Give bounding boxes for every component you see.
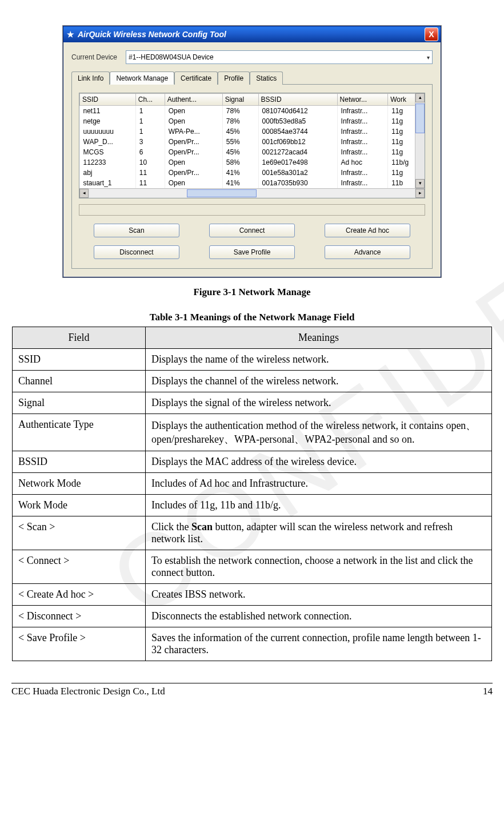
table-row[interactable]: stauart_111Open41%001a7035b930Infrastr..… <box>80 178 425 188</box>
scan-button[interactable]: Scan <box>94 224 179 237</box>
field-meaning: Displays the authentication method of th… <box>146 414 492 451</box>
table-row[interactable]: net111Open78%0810740d6412Infrastr...11g <box>80 106 425 117</box>
status-bar <box>79 204 425 216</box>
doc-table-row: < Save Profile >Saves the information of… <box>13 627 492 661</box>
cell-net: Infrastr... <box>337 106 388 117</box>
page-footer: CEC Huada Electronic Design Co., Ltd 14 <box>11 683 493 697</box>
field-name: < Disconnect > <box>13 606 146 627</box>
cell-bssid: 0810740d6412 <box>258 106 337 117</box>
meanings-table: FieldMeaningsSSIDDisplays the name of th… <box>12 327 492 661</box>
cell-ch: 11 <box>135 168 165 178</box>
table-row[interactable]: 11223310Open58%1e69e017e498Ad hoc11b/g <box>80 157 425 168</box>
column-header[interactable]: SSID <box>80 94 136 106</box>
table-row[interactable]: netge1Open78%000fb53ed8a5Infrastr...11g <box>80 116 425 126</box>
cell-bssid: 001a7035b930 <box>258 178 337 188</box>
doc-table-row: SSIDDisplays the name of the wireless ne… <box>13 349 492 371</box>
cell-ch: 10 <box>135 157 165 168</box>
config-tool-window: ★ AirQuick Wireless Network Config Tool … <box>63 26 441 277</box>
doc-table-row: < Connect >To establish the network conn… <box>13 550 492 584</box>
button-row-2: DisconnectSave ProfileAdvance <box>79 245 425 259</box>
save-profile-button[interactable]: Save Profile <box>209 245 295 259</box>
field-name: < Scan > <box>13 516 146 550</box>
doc-table-row: Authenticate TypeDisplays the authentica… <box>13 414 492 451</box>
cell-signal: 41% <box>222 168 258 178</box>
tab-network-manage[interactable]: Network Manage <box>110 71 174 85</box>
cell-ssid: net11 <box>80 106 136 117</box>
cell-ssid: uuuuuuuu <box>80 126 136 137</box>
cell-auth: WPA-Pe... <box>165 126 222 137</box>
cell-net: Infrastr... <box>337 168 388 178</box>
vertical-scrollbar[interactable]: ▴ ▾ <box>415 93 425 188</box>
cell-net: Infrastr... <box>337 116 388 126</box>
cell-ch: 11 <box>135 178 165 188</box>
cell-signal: 58% <box>222 157 258 168</box>
doc-table-header: Field <box>13 327 146 349</box>
cell-ch: 1 <box>135 126 165 137</box>
scroll-down-icon[interactable]: ▾ <box>415 179 425 188</box>
tab-link-info[interactable]: Link Info <box>71 71 110 85</box>
field-name: < Save Profile > <box>13 627 146 661</box>
field-name: Channel <box>13 371 146 392</box>
column-header[interactable]: Signal <box>222 94 258 106</box>
doc-table-row: ChannelDisplays the channel of the wirel… <box>13 371 492 392</box>
scroll-up-icon[interactable]: ▴ <box>415 93 425 102</box>
connect-button[interactable]: Connect <box>209 224 295 237</box>
cell-net: Ad hoc <box>337 157 388 168</box>
table-row[interactable]: WAP_D...3Open/Pr...55%001cf069bb12Infras… <box>80 137 425 147</box>
field-meaning: Displays the name of the wireless networ… <box>146 349 492 371</box>
window-title: AirQuick Wireless Network Config Tool <box>78 30 425 39</box>
cell-signal: 41% <box>222 178 258 188</box>
table-row[interactable]: MCGS6Open/Pr...45%0021272acad4Infrastr..… <box>80 147 425 157</box>
current-device-dropdown[interactable]: #1--HED08W04SUA Device ▾ <box>126 50 433 64</box>
cell-auth: Open <box>165 157 222 168</box>
cell-auth: Open/Pr... <box>165 137 222 147</box>
doc-table-row: Network ModeIncludes of Ad hoc and Infra… <box>13 473 492 495</box>
network-table: SSIDCh...Authent...SignalBSSIDNetwor...W… <box>79 93 425 188</box>
tab-certificate[interactable]: Certificate <box>174 71 218 85</box>
tab-statics[interactable]: Statics <box>250 71 283 85</box>
cell-signal: 45% <box>222 126 258 137</box>
field-meaning: Saves the information of the current con… <box>146 627 492 661</box>
advance-button[interactable]: Advance <box>325 245 410 259</box>
network-list[interactable]: SSIDCh...Authent...SignalBSSIDNetwor...W… <box>79 93 425 198</box>
column-header[interactable]: BSSID <box>258 94 337 106</box>
tab-profile[interactable]: Profile <box>218 71 250 85</box>
table-row[interactable]: abj11Open/Pr...41%001e58a301a2Infrastr..… <box>80 168 425 178</box>
doc-table-row: BSSIDDisplays the MAC address of the wir… <box>13 451 492 473</box>
cell-ssid: MCGS <box>80 147 136 157</box>
doc-table-row: < Create Ad hoc >Creates IBSS network. <box>13 584 492 606</box>
create-ad-hoc-button[interactable]: Create Ad hoc <box>325 224 410 237</box>
cell-net: Infrastr... <box>337 137 388 147</box>
horizontal-scrollbar[interactable]: ◂ ▸ <box>79 188 425 198</box>
table-caption: Table 3-1 Meanings of the Network Manage… <box>11 312 493 323</box>
chevron-down-icon: ▾ <box>427 54 430 61</box>
cell-bssid: 000fb53ed8a5 <box>258 116 337 126</box>
field-name: Signal <box>13 392 146 414</box>
field-meaning: Includes of Ad hoc and Infrastructure. <box>146 473 492 495</box>
cell-signal: 45% <box>222 147 258 157</box>
cell-bssid: 001e58a301a2 <box>258 168 337 178</box>
table-row[interactable]: uuuuuuuu1WPA-Pe...45%000854ae3744Infrast… <box>80 126 425 137</box>
scroll-left-icon[interactable]: ◂ <box>79 189 89 198</box>
doc-table-row: SignalDisplays the signal of the wireles… <box>13 392 492 414</box>
field-name: < Create Ad hoc > <box>13 584 146 606</box>
cell-auth: Open <box>165 178 222 188</box>
app-icon: ★ <box>67 30 74 39</box>
column-header[interactable]: Authent... <box>165 94 222 106</box>
doc-table-row: < Disconnect >Disconnects the establishe… <box>13 606 492 627</box>
hscroll-thumb[interactable] <box>187 189 257 197</box>
tab-panel: SSIDCh...Authent...SignalBSSIDNetwor...W… <box>71 84 433 269</box>
close-button[interactable]: X <box>425 27 438 41</box>
scroll-right-icon[interactable]: ▸ <box>415 189 425 198</box>
cell-auth: Open <box>165 106 222 117</box>
doc-table-row: < Scan >Click the Scan button, adapter w… <box>13 516 492 550</box>
disconnect-button[interactable]: Disconnect <box>94 245 179 259</box>
doc-table-header: Meanings <box>146 327 492 349</box>
column-header[interactable]: Ch... <box>135 94 165 106</box>
cell-ssid: 112233 <box>80 157 136 168</box>
field-name: SSID <box>13 349 146 371</box>
column-header[interactable]: Networ... <box>337 94 388 106</box>
field-meaning: Displays the signal of the wireless netw… <box>146 392 492 414</box>
field-name: Authenticate Type <box>13 414 146 451</box>
scroll-thumb[interactable] <box>415 104 425 133</box>
